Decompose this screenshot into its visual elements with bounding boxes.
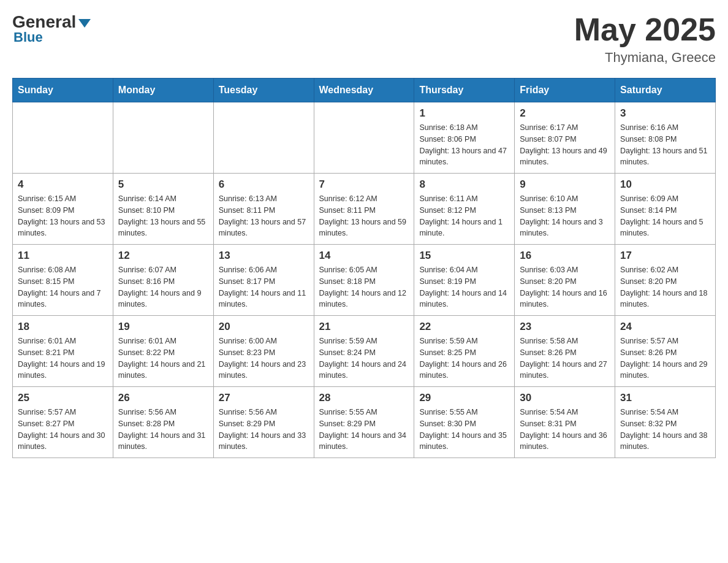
calendar-table: SundayMondayTuesdayWednesdayThursdayFrid… [12, 78, 716, 458]
day-number: 9 [520, 178, 610, 191]
day-info: Sunrise: 5:56 AM Sunset: 8:28 PM Dayligh… [118, 407, 208, 453]
calendar-cell: 23Sunrise: 5:58 AM Sunset: 8:26 PM Dayli… [515, 316, 615, 387]
week-row-5: 25Sunrise: 5:57 AM Sunset: 8:27 PM Dayli… [13, 387, 716, 458]
calendar-cell: 29Sunrise: 5:55 AM Sunset: 8:30 PM Dayli… [414, 387, 515, 458]
day-info: Sunrise: 5:57 AM Sunset: 8:26 PM Dayligh… [620, 335, 710, 381]
logo-arrow-icon [78, 19, 91, 28]
calendar-cell [314, 102, 414, 174]
day-number: 7 [319, 178, 409, 191]
day-info: Sunrise: 6:05 AM Sunset: 8:18 PM Dayligh… [319, 264, 409, 310]
header-wednesday: Wednesday [314, 79, 414, 102]
day-info: Sunrise: 5:59 AM Sunset: 8:24 PM Dayligh… [319, 335, 409, 381]
header-tuesday: Tuesday [213, 79, 314, 102]
day-number: 8 [419, 178, 509, 191]
calendar-cell [213, 102, 314, 174]
day-info: Sunrise: 6:14 AM Sunset: 8:10 PM Dayligh… [118, 193, 208, 239]
day-number: 13 [219, 250, 309, 262]
day-info: Sunrise: 6:04 AM Sunset: 8:19 PM Dayligh… [419, 264, 509, 310]
calendar-cell: 25Sunrise: 5:57 AM Sunset: 8:27 PM Dayli… [13, 387, 113, 458]
header-friday: Friday [515, 79, 615, 102]
calendar-cell: 24Sunrise: 5:57 AM Sunset: 8:26 PM Dayli… [615, 316, 716, 387]
calendar-cell: 4Sunrise: 6:15 AM Sunset: 8:09 PM Daylig… [13, 174, 113, 245]
day-info: Sunrise: 5:57 AM Sunset: 8:27 PM Dayligh… [18, 407, 108, 453]
calendar-cell: 14Sunrise: 6:05 AM Sunset: 8:18 PM Dayli… [314, 245, 414, 316]
calendar-cell: 12Sunrise: 6:07 AM Sunset: 8:16 PM Dayli… [113, 245, 213, 316]
day-info: Sunrise: 6:13 AM Sunset: 8:11 PM Dayligh… [219, 193, 309, 239]
day-info: Sunrise: 6:00 AM Sunset: 8:23 PM Dayligh… [219, 335, 309, 381]
calendar-cell: 8Sunrise: 6:11 AM Sunset: 8:12 PM Daylig… [414, 174, 515, 245]
day-number: 28 [319, 392, 409, 404]
week-row-2: 4Sunrise: 6:15 AM Sunset: 8:09 PM Daylig… [13, 174, 716, 245]
calendar-cell [113, 102, 213, 174]
calendar-header-row: SundayMondayTuesdayWednesdayThursdayFrid… [13, 79, 716, 102]
day-number: 31 [620, 392, 710, 404]
day-info: Sunrise: 6:11 AM Sunset: 8:12 PM Dayligh… [419, 193, 509, 239]
calendar-cell: 20Sunrise: 6:00 AM Sunset: 8:23 PM Dayli… [213, 316, 314, 387]
day-number: 4 [18, 178, 108, 191]
day-info: Sunrise: 5:58 AM Sunset: 8:26 PM Dayligh… [520, 335, 610, 381]
calendar-cell [13, 102, 113, 174]
day-number: 19 [118, 321, 208, 333]
day-number: 29 [419, 392, 509, 404]
day-info: Sunrise: 6:18 AM Sunset: 8:06 PM Dayligh… [419, 122, 509, 168]
calendar-cell: 28Sunrise: 5:55 AM Sunset: 8:29 PM Dayli… [314, 387, 414, 458]
day-number: 15 [419, 250, 509, 262]
logo-blue-text: Blue [13, 29, 43, 45]
calendar-cell: 15Sunrise: 6:04 AM Sunset: 8:19 PM Dayli… [414, 245, 515, 316]
week-row-1: 1Sunrise: 6:18 AM Sunset: 8:06 PM Daylig… [13, 102, 716, 174]
day-number: 1 [419, 107, 509, 120]
day-info: Sunrise: 5:55 AM Sunset: 8:30 PM Dayligh… [419, 407, 509, 453]
calendar-cell: 11Sunrise: 6:08 AM Sunset: 8:15 PM Dayli… [13, 245, 113, 316]
day-info: Sunrise: 5:59 AM Sunset: 8:25 PM Dayligh… [419, 335, 509, 381]
calendar-cell: 6Sunrise: 6:13 AM Sunset: 8:11 PM Daylig… [213, 174, 314, 245]
page-header: General Blue May 2025 Thymiana, Greece [12, 12, 716, 66]
day-info: Sunrise: 5:54 AM Sunset: 8:31 PM Dayligh… [520, 407, 610, 453]
day-number: 5 [118, 178, 208, 191]
day-info: Sunrise: 6:07 AM Sunset: 8:16 PM Dayligh… [118, 264, 208, 310]
header-thursday: Thursday [414, 79, 515, 102]
day-number: 22 [419, 321, 509, 333]
day-info: Sunrise: 6:03 AM Sunset: 8:20 PM Dayligh… [520, 264, 610, 310]
calendar-cell: 16Sunrise: 6:03 AM Sunset: 8:20 PM Dayli… [515, 245, 615, 316]
day-info: Sunrise: 6:17 AM Sunset: 8:07 PM Dayligh… [520, 122, 610, 168]
calendar-cell: 18Sunrise: 6:01 AM Sunset: 8:21 PM Dayli… [13, 316, 113, 387]
calendar-cell: 19Sunrise: 6:01 AM Sunset: 8:22 PM Dayli… [113, 316, 213, 387]
calendar-cell: 13Sunrise: 6:06 AM Sunset: 8:17 PM Dayli… [213, 245, 314, 316]
day-info: Sunrise: 5:54 AM Sunset: 8:32 PM Dayligh… [620, 407, 710, 453]
week-row-3: 11Sunrise: 6:08 AM Sunset: 8:15 PM Dayli… [13, 245, 716, 316]
day-number: 20 [219, 321, 309, 333]
day-number: 21 [319, 321, 409, 333]
day-info: Sunrise: 5:55 AM Sunset: 8:29 PM Dayligh… [319, 407, 409, 453]
calendar-cell: 7Sunrise: 6:12 AM Sunset: 8:11 PM Daylig… [314, 174, 414, 245]
day-number: 10 [620, 178, 710, 191]
day-number: 24 [620, 321, 710, 333]
calendar-cell: 9Sunrise: 6:10 AM Sunset: 8:13 PM Daylig… [515, 174, 615, 245]
day-number: 11 [18, 250, 108, 262]
day-number: 6 [219, 178, 309, 191]
day-number: 12 [118, 250, 208, 262]
calendar-cell: 30Sunrise: 5:54 AM Sunset: 8:31 PM Dayli… [515, 387, 615, 458]
day-number: 26 [118, 392, 208, 404]
calendar-cell: 21Sunrise: 5:59 AM Sunset: 8:24 PM Dayli… [314, 316, 414, 387]
day-number: 14 [319, 250, 409, 262]
day-number: 27 [219, 392, 309, 404]
day-number: 18 [18, 321, 108, 333]
calendar-cell: 26Sunrise: 5:56 AM Sunset: 8:28 PM Dayli… [113, 387, 213, 458]
calendar-cell: 3Sunrise: 6:16 AM Sunset: 8:08 PM Daylig… [615, 102, 716, 174]
day-info: Sunrise: 6:09 AM Sunset: 8:14 PM Dayligh… [620, 193, 710, 239]
header-sunday: Sunday [13, 79, 113, 102]
logo: General Blue [12, 12, 91, 45]
day-info: Sunrise: 6:01 AM Sunset: 8:21 PM Dayligh… [18, 335, 108, 381]
location-title: Thymiana, Greece [574, 50, 716, 66]
day-info: Sunrise: 6:06 AM Sunset: 8:17 PM Dayligh… [219, 264, 309, 310]
calendar-cell: 17Sunrise: 6:02 AM Sunset: 8:20 PM Dayli… [615, 245, 716, 316]
calendar-cell: 10Sunrise: 6:09 AM Sunset: 8:14 PM Dayli… [615, 174, 716, 245]
day-info: Sunrise: 6:01 AM Sunset: 8:22 PM Dayligh… [118, 335, 208, 381]
day-number: 2 [520, 107, 610, 120]
day-number: 25 [18, 392, 108, 404]
header-saturday: Saturday [615, 79, 716, 102]
day-info: Sunrise: 6:15 AM Sunset: 8:09 PM Dayligh… [18, 193, 108, 239]
day-info: Sunrise: 6:08 AM Sunset: 8:15 PM Dayligh… [18, 264, 108, 310]
title-area: May 2025 Thymiana, Greece [574, 12, 716, 66]
month-title: May 2025 [574, 12, 716, 47]
